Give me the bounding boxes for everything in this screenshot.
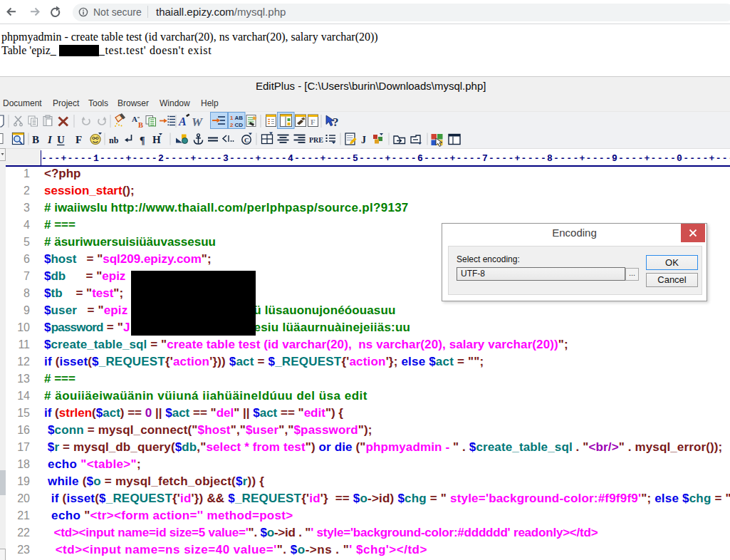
svg-text:1: 1 (230, 115, 234, 121)
svg-text:¶: ¶ (140, 135, 145, 146)
svg-text:F: F (311, 118, 316, 126)
svg-text:U: U (57, 134, 65, 145)
svg-text:H: H (152, 134, 161, 145)
svg-text:A: A (178, 115, 187, 128)
svg-text:I: I (47, 134, 53, 145)
svg-text:CD: CD (235, 122, 244, 128)
svg-text:F: F (75, 134, 82, 145)
svg-text:B: B (138, 121, 143, 129)
svg-text:A: A (132, 115, 137, 123)
svg-text:AB: AB (235, 115, 244, 121)
svg-text:C: C (244, 137, 249, 144)
svg-text:J: J (361, 135, 366, 145)
svg-text:W: W (192, 115, 204, 129)
svg-text:B: B (32, 134, 39, 145)
svg-text:2: 2 (230, 122, 234, 128)
svg-text:?: ? (333, 115, 339, 129)
svg-text:PRE: PRE (309, 136, 323, 144)
svg-text:nb: nb (109, 135, 119, 145)
